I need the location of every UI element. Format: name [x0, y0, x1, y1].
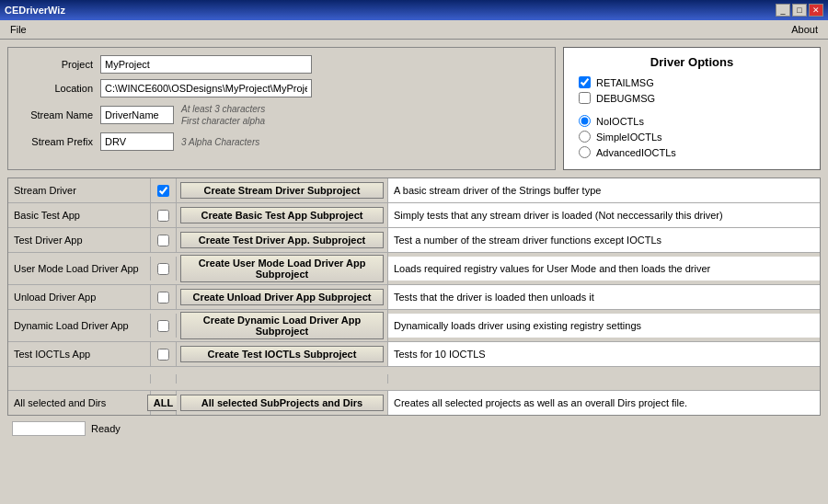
menu-about[interactable]: About [786, 22, 823, 37]
row-label-3: User Mode Load Driver App [8, 257, 151, 281]
row-check-4 [151, 285, 177, 309]
row-desc-1: Simply tests that any stream driver is l… [388, 203, 820, 227]
project-input[interactable] [100, 55, 312, 74]
project-label: Project [19, 59, 93, 70]
stream-name-input[interactable] [100, 106, 174, 124]
row-label-6: Test IOCTLs App [8, 342, 151, 366]
row-desc-5: Dynamically loads driver using existing … [388, 314, 820, 338]
table-section: Stream Driver Create Stream Driver Subpr… [7, 178, 821, 416]
row-button-col-2: Create Test Driver App. Subproject [177, 228, 388, 252]
row-button-col-0: Create Stream Driver Subproject [177, 178, 388, 202]
stream-name-hint1: At least 3 characters [181, 103, 265, 115]
row-button-6[interactable]: Create Test IOCTLs Subproject [180, 346, 384, 362]
window-title: CEDriverWiz [5, 5, 65, 16]
empty-row [8, 367, 820, 391]
all-main-button-col: All selected SubProjects and Dirs [177, 391, 388, 415]
table-row: Stream Driver Create Stream Driver Subpr… [8, 178, 820, 203]
row-check-1 [151, 203, 177, 227]
retailmsg-label: RETAILMSG [596, 77, 654, 88]
stream-prefix-label: Stream Prefix [19, 136, 93, 147]
all-check-col: ALL [151, 391, 177, 415]
options-title: Driver Options [579, 55, 805, 69]
row-button-0[interactable]: Create Stream Driver Subproject [180, 182, 384, 199]
row-desc-2: Test a number of the stream driver funct… [388, 228, 820, 252]
retailmsg-checkbox[interactable] [579, 76, 591, 88]
row-desc-3: Loads required registry values for User … [388, 257, 820, 281]
row-button-col-1: Create Basic Test App Subproject [177, 203, 388, 227]
table-row: Unload Driver App Create Unload Driver A… [8, 285, 820, 310]
stream-name-label: Stream Name [19, 109, 93, 120]
row-label-4: Unload Driver App [8, 285, 151, 309]
row-button-col-3: Create User Mode Load Driver App Subproj… [177, 253, 388, 284]
option-simpleioctls: SimpleIOCTLs [579, 131, 805, 143]
all-button-small[interactable]: ALL [147, 395, 179, 411]
noioctls-label: NoIOCTLs [596, 116, 644, 127]
table-row: Dynamic Load Driver App Create Dynamic L… [8, 310, 820, 342]
debugmsg-label: DEBUGMSG [596, 93, 655, 104]
row-checkbox-5[interactable] [157, 320, 169, 332]
row-label-5: Dynamic Load Driver App [8, 314, 151, 338]
stream-name-hint2: First character alpha [181, 115, 265, 127]
option-debugmsg: DEBUGMSG [579, 92, 805, 104]
debugmsg-checkbox[interactable] [579, 92, 591, 104]
advancedioctls-radio[interactable] [579, 146, 591, 158]
all-main-button[interactable]: All selected SubProjects and Dirs [180, 395, 384, 411]
stream-name-row: Stream Name At least 3 characters First … [19, 103, 544, 127]
all-label: All selected and Dirs [8, 391, 151, 415]
row-button-1[interactable]: Create Basic Test App Subproject [180, 207, 384, 223]
row-button-5[interactable]: Create Dynamic Load Driver App Subprojec… [180, 312, 384, 339]
row-checkbox-0[interactable] [157, 185, 169, 197]
table-row: Test IOCTLs App Create Test IOCTLs Subpr… [8, 342, 820, 367]
row-button-2[interactable]: Create Test Driver App. Subproject [180, 232, 384, 248]
top-section: Project Location Stream Name At least 3 … [7, 47, 821, 170]
row-checkbox-1[interactable] [157, 210, 169, 222]
row-label-1: Basic Test App [8, 203, 151, 227]
status-field[interactable] [12, 421, 86, 436]
row-button-col-4: Create Unload Driver App Subproject [177, 285, 388, 309]
stream-prefix-input[interactable] [100, 132, 174, 151]
row-checkbox-6[interactable] [157, 349, 169, 361]
maximize-button[interactable]: □ [792, 4, 807, 17]
simpleioctls-radio[interactable] [579, 131, 591, 143]
row-button-3[interactable]: Create User Mode Load Driver App Subproj… [180, 255, 384, 282]
row-check-0 [151, 178, 177, 202]
row-checkbox-3[interactable] [157, 263, 169, 275]
location-input[interactable] [100, 79, 312, 97]
option-advancedioctls: AdvancedIOCTLs [579, 146, 805, 158]
simpleioctls-label: SimpleIOCTLs [596, 132, 662, 143]
table-row: User Mode Load Driver App Create User Mo… [8, 253, 820, 285]
form-panel: Project Location Stream Name At least 3 … [7, 47, 556, 170]
row-button-col-5: Create Dynamic Load Driver App Subprojec… [177, 310, 388, 341]
row-check-6 [151, 342, 177, 366]
row-check-2 [151, 228, 177, 252]
row-checkbox-4[interactable] [157, 292, 169, 304]
stream-prefix-row: Stream Prefix 3 Alpha Characters [19, 132, 544, 151]
stream-prefix-hint: 3 Alpha Characters [181, 136, 259, 148]
location-label: Location [19, 83, 93, 94]
row-desc-6: Tests for 10 IOCTLS [388, 342, 820, 366]
empty-button [177, 374, 388, 384]
all-selected-row: All selected and Dirs ALL All selected S… [8, 391, 820, 415]
noioctls-radio[interactable] [579, 115, 591, 127]
status-text: Ready [91, 423, 121, 434]
main-content: Project Location Stream Name At least 3 … [0, 40, 828, 445]
close-button[interactable]: ✕ [809, 4, 823, 17]
row-check-3 [151, 257, 177, 281]
row-checkbox-2[interactable] [157, 235, 169, 246]
project-row: Project [19, 55, 544, 74]
row-button-4[interactable]: Create Unload Driver App Subproject [180, 289, 384, 305]
row-label-2: Test Driver App [8, 228, 151, 252]
row-desc-0: A basic stream driver of the Strings buf… [388, 178, 820, 202]
menu-file[interactable]: File [5, 22, 32, 37]
row-button-col-6: Create Test IOCTLs Subproject [177, 342, 388, 366]
empty-check [151, 374, 177, 384]
empty-label [8, 374, 151, 384]
advancedioctls-label: AdvancedIOCTLs [596, 147, 676, 158]
title-bar: CEDriverWiz _ □ ✕ [0, 0, 828, 20]
table-row: Test Driver App Create Test Driver App. … [8, 228, 820, 253]
minimize-button[interactable]: _ [776, 4, 790, 17]
window-controls: _ □ ✕ [776, 4, 823, 17]
menu-bar: File About [0, 20, 828, 40]
location-row: Location [19, 79, 544, 97]
row-desc-4: Tests that the driver is loaded then unl… [388, 285, 820, 309]
